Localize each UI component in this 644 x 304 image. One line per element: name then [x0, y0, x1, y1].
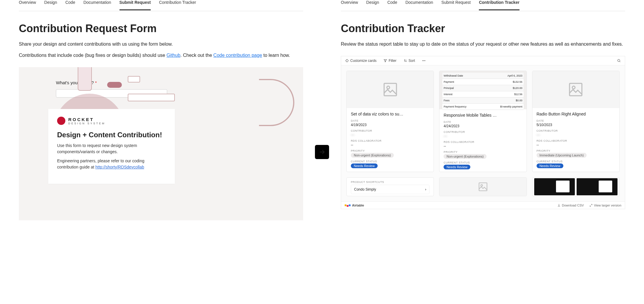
svg-point-1	[422, 60, 423, 61]
card-title: Responsive Mobile Tables …	[444, 113, 522, 118]
link-code-contribution[interactable]: Code contribution page	[213, 53, 262, 58]
priority-badge: Non-urgent (Explorations)	[444, 154, 487, 159]
rocket-brand: ROCKET	[68, 117, 105, 122]
tab-design[interactable]: Design	[44, 0, 57, 10]
status-badge: Needs Review	[351, 163, 378, 168]
label-collaborator: RDS Collaborator	[351, 139, 429, 142]
tabs-left: Overview Design Code Documentation Submi…	[19, 0, 303, 11]
val-contributor: —	[444, 134, 522, 138]
shortcut-item[interactable]: Condo Simply ›	[351, 185, 429, 194]
decor-icons	[128, 76, 140, 82]
tab-overview[interactable]: Overview	[19, 0, 36, 10]
val-contributor: —	[537, 133, 615, 137]
card[interactable]	[532, 177, 620, 196]
label-date: Date	[351, 119, 429, 122]
customize-cards-button[interactable]: Customize cards	[345, 59, 376, 63]
card[interactable]: Radio Button Right Aligned Date 5/10/202…	[532, 71, 620, 172]
val-date: 4/19/2023	[351, 123, 429, 127]
svg-point-3	[425, 60, 425, 61]
svg-point-8	[572, 86, 575, 89]
label-status: Current Status	[444, 161, 522, 164]
link-shorty[interactable]: http://shorty/RDSdevcollab	[95, 165, 144, 169]
card[interactable]: Set of data viz colors to su… Date 4/19/…	[346, 71, 434, 172]
tracker-embed: Customize cards Filter Sort	[341, 56, 625, 209]
chevron-right-icon: ›	[425, 187, 426, 191]
card-thumb-table: Withdrawal DateApril 6, 2023 Payment$132…	[439, 71, 526, 109]
label-status: Current Status	[537, 160, 615, 163]
view-larger-button[interactable]: View larger version	[589, 204, 621, 207]
card[interactable]: Product Shortcuts Condo Simply ›	[346, 177, 434, 196]
val-contributor: —	[351, 133, 429, 137]
sort-button[interactable]: Sort	[404, 59, 415, 63]
card-thumb	[532, 71, 619, 108]
tab-overview[interactable]: Overview	[341, 0, 358, 10]
decor-input	[128, 94, 175, 101]
decor-phone	[78, 67, 92, 91]
label-status: Current Status	[351, 160, 429, 163]
tab-design[interactable]: Design	[366, 0, 379, 10]
cards-grid: Set of data viz colors to su… Date 4/19/…	[341, 65, 625, 201]
intro-text: Review the status report table to stay u…	[341, 41, 625, 48]
svg-point-4	[618, 60, 620, 62]
search-icon[interactable]	[617, 59, 621, 62]
card-title: Set of data viz colors to su…	[351, 112, 429, 116]
intro-text-1: Share your design and content contributi…	[19, 41, 303, 48]
toolbar: Customize cards Filter Sort	[341, 56, 625, 65]
rocket-mark-icon	[57, 117, 65, 125]
card-thumb	[439, 178, 526, 196]
decor-arc	[259, 79, 294, 126]
form-card: ROCKET DESIGN SYSTEM Design + Content Co…	[48, 109, 175, 184]
tab-submit-request[interactable]: Submit Request	[119, 0, 151, 10]
label-priority: Priority	[351, 149, 429, 152]
priority-badge: Non-urgent (Explorations)	[351, 153, 394, 158]
label-collaborator: RDS Collaborator	[444, 141, 522, 143]
tab-submit-request[interactable]: Submit Request	[441, 0, 471, 10]
label-contributor: Contributor	[351, 129, 429, 132]
status-badge: Needs Review	[537, 163, 563, 168]
priority-badge: Immediate (Upcoming Launch)	[537, 153, 587, 158]
bottombar: Airtable Download CSV View larger versio…	[341, 201, 625, 209]
label-priority: Priority	[537, 149, 615, 152]
label-contributor: Contributor	[444, 130, 522, 133]
filter-button[interactable]: Filter	[384, 59, 396, 63]
tab-code[interactable]: Code	[65, 0, 75, 10]
label-contributor: Contributor	[537, 129, 615, 132]
tab-contribution-tracker[interactable]: Contribution Tracker	[159, 0, 196, 10]
dark-thumbs	[533, 178, 619, 195]
svg-point-10	[481, 185, 482, 186]
svg-rect-5	[384, 83, 396, 96]
tab-contribution-tracker[interactable]: Contribution Tracker	[479, 0, 519, 10]
decor-pill	[107, 82, 122, 88]
val-collaborator: --	[351, 143, 429, 147]
link-github[interactable]: Github	[167, 53, 180, 58]
label-priority: Priority	[444, 151, 522, 153]
card-title: Radio Button Right Aligned	[537, 112, 615, 116]
page-title: Contribution Request Form	[19, 22, 303, 35]
svg-rect-7	[570, 83, 582, 96]
rocket-subtitle: DESIGN SYSTEM	[68, 122, 105, 125]
svg-point-2	[424, 60, 424, 61]
download-csv-button[interactable]: Download CSV	[557, 204, 584, 207]
form-embed: ROCKET DESIGN SYSTEM Design + Content Co…	[19, 67, 303, 220]
intro-text-2: Contributions that include code (bug fix…	[19, 52, 303, 59]
airtable-logo[interactable]: Airtable	[345, 204, 364, 207]
arrow-next[interactable]	[315, 145, 329, 159]
more-button[interactable]	[422, 59, 426, 62]
val-collaborator: --	[444, 144, 522, 148]
tab-code[interactable]: Code	[387, 0, 397, 10]
airtable-icon	[345, 204, 351, 206]
tab-documentation[interactable]: Documentation	[83, 0, 111, 10]
val-date: 4/24/2023	[444, 124, 522, 128]
form-desc-2: Engineering partners, please refer to ou…	[57, 158, 166, 170]
svg-rect-9	[479, 183, 487, 191]
tabs-right: Overview Design Code Documentation Submi…	[341, 0, 625, 11]
tab-documentation[interactable]: Documentation	[405, 0, 433, 10]
label-date: Date	[537, 119, 615, 122]
rocket-logo: ROCKET DESIGN SYSTEM	[57, 117, 166, 125]
form-title: Design + Content Contribution!	[57, 131, 166, 139]
label-collaborator: RDS Collaborator	[537, 139, 615, 142]
val-date: 5/10/2023	[537, 123, 615, 127]
card[interactable]	[439, 177, 527, 196]
card[interactable]: Withdrawal DateApril 6, 2023 Payment$132…	[439, 71, 527, 172]
status-badge: Needs Review	[444, 165, 470, 169]
